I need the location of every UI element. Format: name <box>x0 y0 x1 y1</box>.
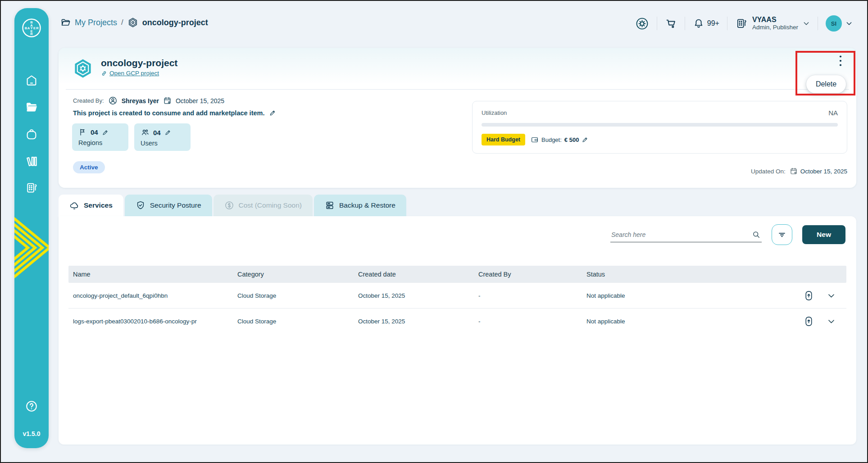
open-gcp-project-link[interactable]: Open GCP project <box>101 70 177 77</box>
project-menu-kebab-icon[interactable] <box>835 53 846 68</box>
server-stack-icon <box>325 200 335 210</box>
notifications-button[interactable]: 99+ <box>693 18 719 29</box>
header-divider <box>685 17 685 30</box>
flag-icon <box>78 128 87 136</box>
regions-count: 04 <box>91 128 98 136</box>
utilization-progress-bar <box>482 123 838 127</box>
new-button[interactable]: New <box>802 225 845 244</box>
cell-created-by: - <box>478 318 586 325</box>
regions-chip: 04 Regions <box>72 123 128 151</box>
table-header: Name Category Created date Created By St… <box>68 266 846 283</box>
budget-amount: € 500 <box>564 136 579 143</box>
breadcrumb-current: oncology-project <box>142 18 208 27</box>
project-hexagon-badge <box>72 58 94 79</box>
chevron-down-icon <box>845 20 853 27</box>
cell-name: oncology-project_default_6qpi0hbn <box>73 292 237 299</box>
col-created-date: Created date <box>358 271 478 278</box>
budget-label: Budget: <box>541 136 562 143</box>
cart-icon[interactable] <box>665 18 677 30</box>
edit-budget-pencil-icon[interactable] <box>582 136 589 143</box>
created-by-label: Created By: <box>73 97 104 104</box>
organization-icon <box>735 17 748 30</box>
chevron-down-icon <box>803 20 810 27</box>
svg-text:R: R <box>30 32 33 36</box>
project-card: oncology-project Open GCP project Create… <box>59 48 856 188</box>
utilization-value: NA <box>828 109 838 117</box>
col-category: Category <box>237 271 358 278</box>
settings-gear-icon[interactable] <box>635 17 649 31</box>
breadcrumb-my-projects[interactable]: My Projects <box>75 18 117 27</box>
updated-date: October 15, 2025 <box>800 168 847 175</box>
calendar-icon <box>790 167 798 175</box>
sidebar-item-projects[interactable] <box>25 100 38 114</box>
filter-icon <box>777 230 787 240</box>
svg-text:E: E <box>33 26 36 30</box>
svg-text:A: A <box>27 26 30 30</box>
col-status: Status <box>586 271 749 278</box>
users-chip: 04 Users <box>134 123 191 151</box>
person-circle-icon <box>108 96 118 105</box>
search-icon <box>752 230 761 239</box>
bayer-logo: BA BAYER ER <box>22 18 41 38</box>
project-title: oncology-project <box>101 58 177 68</box>
sidebar-chevron-decoration <box>14 212 49 284</box>
edit-description-pencil-icon[interactable] <box>269 109 277 117</box>
sidebar-item-library[interactable] <box>25 154 38 168</box>
shield-check-icon <box>136 200 145 210</box>
avatar: SI <box>826 15 842 32</box>
export-upload-icon[interactable] <box>803 290 814 301</box>
edit-users-pencil-icon[interactable] <box>164 129 172 136</box>
sidebar-item-organization[interactable] <box>25 181 38 195</box>
delete-menu-item[interactable]: Delete <box>806 75 846 93</box>
updated-on-label: Updated On: <box>751 168 786 175</box>
breadcrumb: My Projects / oncology-project <box>60 17 208 28</box>
tab-services[interactable]: Services <box>59 195 123 216</box>
card-divider <box>66 89 849 90</box>
header-divider <box>818 17 818 30</box>
edit-regions-pencil-icon[interactable] <box>102 129 109 136</box>
budget-type-badge: Hard Budget <box>482 134 525 145</box>
dollar-circle-icon <box>224 200 234 210</box>
tab-security-posture[interactable]: Security Posture <box>125 195 212 216</box>
users-label: Users <box>141 140 184 147</box>
project-description-row: This project is created to consume and a… <box>73 109 277 117</box>
calendar-icon <box>163 96 172 105</box>
folder-icon <box>60 18 71 28</box>
cell-status: Not applicable <box>586 292 749 299</box>
status-badge: Active <box>73 161 105 173</box>
table-row: oncology-project_default_6qpi0hbn Cloud … <box>68 283 846 309</box>
col-created-by: Created By <box>478 271 586 278</box>
utilization-panel: Utilization NA Hard Budget Budget: € 500 <box>472 101 847 154</box>
cloud-icon <box>69 200 79 210</box>
search-input[interactable] <box>611 231 752 238</box>
updated-on-row: Updated On: October 15, 2025 <box>751 167 847 175</box>
row-expand-chevron-icon[interactable] <box>827 291 836 300</box>
breadcrumb-separator: / <box>121 18 123 27</box>
org-role: Admin, Publisher <box>752 24 798 31</box>
cell-status: Not applicable <box>586 318 749 325</box>
org-switcher[interactable]: VYAAS Admin, Publisher <box>735 16 810 31</box>
link-icon <box>101 70 107 77</box>
tab-bar: Services Security Posture Cost (Coming S… <box>59 195 406 216</box>
project-description: This project is created to consume and a… <box>73 109 264 117</box>
user-menu[interactable]: SI <box>826 15 853 32</box>
col-name: Name <box>73 271 237 278</box>
filter-button[interactable] <box>772 224 792 245</box>
svg-text:B: B <box>25 26 27 30</box>
sidebar-item-marketplace[interactable] <box>25 127 38 141</box>
app-version: v1.5.0 <box>14 430 49 437</box>
cell-created-by: - <box>478 292 586 299</box>
sidebar-item-home[interactable] <box>25 74 38 87</box>
utilization-label: Utilization <box>482 109 507 116</box>
users-count: 04 <box>153 129 161 136</box>
services-table: Name Category Created date Created By St… <box>68 266 846 334</box>
cell-category: Cloud Storage <box>237 318 358 325</box>
export-upload-icon[interactable] <box>803 316 814 327</box>
svg-text:R: R <box>36 26 39 30</box>
tab-backup-restore[interactable]: Backup & Restore <box>314 195 406 216</box>
help-icon[interactable] <box>25 399 38 413</box>
header-divider <box>657 17 657 30</box>
search-field <box>610 227 762 242</box>
row-expand-chevron-icon[interactable] <box>827 317 836 326</box>
users-icon <box>141 128 150 137</box>
